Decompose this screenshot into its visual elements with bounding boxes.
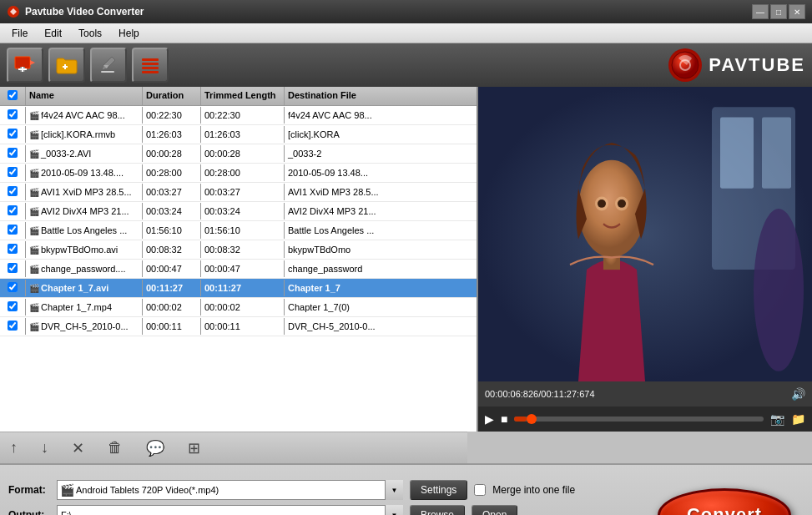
row-checkbox[interactable] <box>8 244 18 254</box>
camera-icon[interactable]: 📷 <box>770 412 784 426</box>
format-select-wrapper: 🎬 Android Tablets 720P Video(*.mp4) ▼ <box>57 480 403 500</box>
file-dest: Chapter 1_7(0) <box>284 299 477 316</box>
file-duration: 00:00:02 <box>142 299 200 316</box>
add-video-button[interactable] <box>7 48 43 83</box>
menu-tools[interactable]: Tools <box>70 26 110 41</box>
progress-track[interactable] <box>514 417 764 422</box>
move-down-button[interactable]: ↓ <box>38 437 52 458</box>
table-row[interactable]: 🎬f4v24 AVC AAC 98... 00:22:30 00:22:30 f… <box>0 106 477 125</box>
convert-button[interactable]: Convert <box>658 488 791 515</box>
file-duration: 01:56:10 <box>142 222 200 239</box>
file-trimmed: 00:00:47 <box>200 260 284 277</box>
menu-bar: File Edit Tools Help <box>0 23 812 43</box>
svg-marker-2 <box>30 60 35 65</box>
volume-icon[interactable]: 🔊 <box>791 387 805 401</box>
header-trimmed: Trimmed Length <box>200 87 284 105</box>
row-checkbox[interactable] <box>8 301 18 311</box>
svg-point-19 <box>754 209 804 371</box>
close-button[interactable]: ✕ <box>789 4 805 19</box>
output-input[interactable] <box>57 505 403 515</box>
grid-button[interactable]: ⊞ <box>184 437 204 459</box>
row-checkbox[interactable] <box>8 321 18 331</box>
table-row[interactable]: 🎬Chapter 1_7.mp4 00:00:02 00:00:02 Chapt… <box>0 298 477 317</box>
svg-rect-5 <box>22 67 23 72</box>
settings-button[interactable]: Settings <box>410 480 467 500</box>
preview-panel: 00:00:06:826/00:11:27:674 🔊 ▶ ■ 📷 📁 <box>478 87 812 432</box>
file-duration: 00:08:32 <box>142 241 200 258</box>
table-row[interactable]: 🎬bkypwTBdOmo.avi 00:08:32 00:08:32 bkypw… <box>0 240 477 260</box>
svg-rect-9 <box>142 58 159 61</box>
video-preview <box>478 87 812 381</box>
svg-point-21 <box>578 160 645 258</box>
file-trimmed: 01:26:03 <box>200 126 284 143</box>
table-row[interactable]: 🎬Battle Los Angeles ... 01:56:10 01:56:1… <box>0 221 477 240</box>
output-select-wrapper: ▼ <box>57 505 403 515</box>
row-checkbox[interactable] <box>8 263 18 273</box>
list-button[interactable] <box>132 48 169 83</box>
table-row[interactable]: 🎬Chapter 1_7.avi 00:11:27 00:11:27 Chapt… <box>0 279 477 298</box>
file-name: 🎬AVI1 XviD MP3 28.5... <box>25 184 142 200</box>
row-checkbox[interactable] <box>8 282 18 292</box>
table-row[interactable]: 🎬AVI1 XviD MP3 28.5... 00:03:27 00:03:27… <box>0 183 477 202</box>
format-select[interactable]: Android Tablets 720P Video(*.mp4) <box>57 480 403 500</box>
file-dest: f4v24 AVC AAC 98... <box>284 107 477 124</box>
remove-button[interactable]: ✕ <box>68 437 88 459</box>
file-trimmed: 00:03:24 <box>200 203 284 220</box>
header-dest: Destination File <box>284 87 477 105</box>
table-row[interactable]: 🎬2010-05-09 13.48.... 00:28:00 00:28:00 … <box>0 164 477 183</box>
menu-file[interactable]: File <box>3 26 36 41</box>
progress-thumb <box>527 414 537 424</box>
comment-button[interactable]: 💬 <box>143 437 168 459</box>
format-row: Format: 🎬 Android Tablets 720P Video(*.m… <box>8 480 638 500</box>
row-checkbox[interactable] <box>8 186 18 196</box>
table-row[interactable]: 🎬DVR_CH-5_2010-0... 00:00:11 00:00:11 DV… <box>0 317 477 336</box>
merge-label: Merge into one file <box>492 484 575 496</box>
menu-help[interactable]: Help <box>110 26 148 41</box>
table-row[interactable]: 🎬change_password.... 00:00:47 00:00:47 c… <box>0 260 477 279</box>
select-all-checkbox[interactable] <box>8 90 18 100</box>
time-display: 00:00:06:826/00:11:27:674 <box>485 389 786 399</box>
logo-icon <box>668 48 702 82</box>
toolbar: PAVTUBE <box>0 43 812 87</box>
stop-button[interactable]: ■ <box>501 412 507 426</box>
file-list-header: Name Duration Trimmed Length Destination… <box>0 87 477 106</box>
window-title: Pavtube Video Converter <box>25 6 752 18</box>
row-checkbox[interactable] <box>8 148 18 158</box>
svg-point-25 <box>618 199 626 208</box>
file-name: 🎬[click].KORA.rmvb <box>25 126 142 143</box>
delete-button[interactable]: 🗑 <box>104 437 126 458</box>
svg-point-24 <box>598 199 606 208</box>
folder-icon[interactable]: 📁 <box>791 412 805 426</box>
merge-checkbox[interactable] <box>474 484 486 496</box>
logo-text: PAVTUBE <box>709 54 805 76</box>
row-checkbox[interactable] <box>8 129 18 139</box>
row-checkbox[interactable] <box>8 205 18 215</box>
edit-button[interactable] <box>90 48 127 83</box>
table-row[interactable]: 🎬_0033-2.AVI 00:00:28 00:00:28 _0033-2 <box>0 144 477 164</box>
svg-rect-10 <box>142 63 159 65</box>
file-trimmed: 00:08:32 <box>200 241 284 258</box>
menu-edit[interactable]: Edit <box>36 26 70 41</box>
open-button[interactable]: Open <box>472 505 517 515</box>
play-button[interactable]: ▶ <box>485 412 494 426</box>
minimize-button[interactable]: — <box>752 4 769 19</box>
file-name: 🎬Chapter 1_7.avi <box>25 280 142 296</box>
output-label: Output: <box>8 509 50 515</box>
table-row[interactable]: 🎬[click].KORA.rmvb 01:26:03 01:26:03 [cl… <box>0 125 477 144</box>
maximize-button[interactable]: □ <box>770 4 787 19</box>
browse-button[interactable]: Browse <box>410 505 465 515</box>
add-folder-button[interactable] <box>48 48 85 83</box>
move-up-button[interactable]: ↑ <box>7 437 21 458</box>
table-row[interactable]: 🎬AVI2 DivX4 MP3 21... 00:03:24 00:03:24 … <box>0 202 477 221</box>
header-check[interactable] <box>0 87 25 105</box>
preview-controls: 00:00:06:826/00:11:27:674 🔊 <box>478 381 812 406</box>
file-dest: [click].KORA <box>284 126 477 143</box>
bottom-left: Format: 🎬 Android Tablets 720P Video(*.m… <box>8 480 638 515</box>
file-name: 🎬AVI2 DivX4 MP3 21... <box>25 203 142 220</box>
row-checkbox[interactable] <box>8 109 18 119</box>
row-checkbox[interactable] <box>8 225 18 235</box>
file-duration: 00:00:11 <box>142 318 200 335</box>
row-checkbox[interactable] <box>8 167 18 177</box>
file-trimmed: 00:22:30 <box>200 107 284 124</box>
file-duration: 00:00:47 <box>142 260 200 277</box>
